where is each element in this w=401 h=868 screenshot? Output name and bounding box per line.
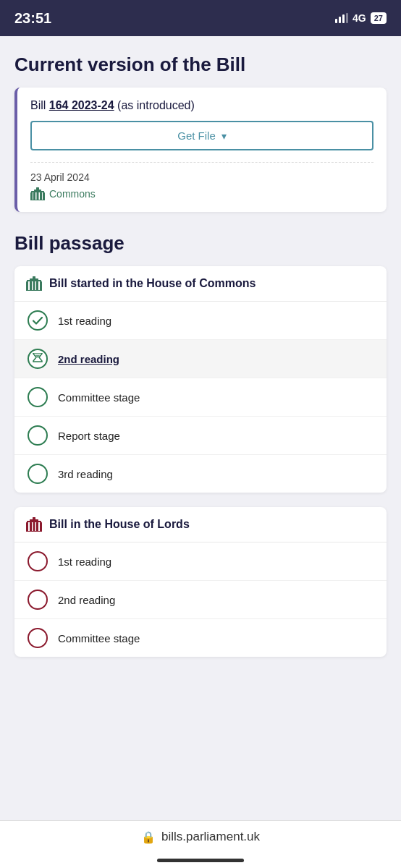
stage-2nd-reading-commons[interactable]: 2nd reading (14, 340, 387, 378)
card-divider (30, 162, 373, 163)
bill-number-link[interactable]: 164 2023-24 (49, 99, 114, 111)
stage-empty-red-icon-3 (28, 628, 48, 648)
svg-rect-28 (36, 522, 38, 532)
main-content: Current version of the Bill Bill 164 202… (0, 36, 401, 820)
bill-passage-heading: Bill passage (14, 232, 387, 255)
svg-rect-21 (26, 290, 42, 291)
stage-1st-reading-lords[interactable]: 1st reading (14, 542, 387, 581)
stage-lords-2nd-reading-label: 2nd reading (58, 594, 115, 606)
stage-committee-lords[interactable]: Committee stage (14, 619, 387, 657)
svg-rect-4 (36, 187, 39, 190)
svg-rect-15 (27, 280, 41, 281)
commons-card-header: Bill started in the House of Commons (14, 266, 387, 302)
svg-rect-27 (33, 522, 35, 532)
stage-lords-committee-label: Committee stage (58, 632, 140, 644)
bill-chamber-label: Commons (49, 188, 96, 200)
stage-1st-reading-label: 1st reading (58, 315, 111, 327)
stage-lords-1st-reading-label: 1st reading (58, 556, 111, 568)
stage-empty-red-icon-2 (28, 590, 48, 610)
network-type: 4G (353, 12, 366, 24)
svg-rect-7 (30, 192, 33, 200)
svg-rect-24 (27, 521, 41, 522)
lords-card-header: Bill in the House of Lords (14, 507, 387, 542)
stage-empty-green-icon-2 (28, 425, 48, 446)
bill-date: 23 April 2024 (30, 171, 373, 183)
svg-rect-9 (37, 192, 39, 200)
home-bar (0, 853, 401, 868)
get-file-button[interactable]: Get File (30, 121, 373, 150)
get-file-label: Get File (177, 129, 216, 142)
svg-rect-3 (346, 13, 348, 23)
svg-rect-22 (33, 517, 35, 519)
lords-card-header-title: Bill in the House of Lords (49, 518, 190, 531)
stage-report-commons[interactable]: Report stage (14, 417, 387, 455)
status-time: 23:51 (14, 10, 51, 27)
lords-passage-card: Bill in the House of Lords 1st reading 2… (14, 507, 387, 657)
bill-prefix: Bill (30, 99, 49, 111)
commons-card-header-title: Bill started in the House of Commons (49, 277, 256, 290)
bottom-bar: 🔒 bills.parliament.uk (0, 820, 401, 853)
svg-rect-18 (33, 281, 35, 291)
svg-rect-14 (30, 278, 38, 280)
bill-suffix: (as introduced) (114, 99, 195, 111)
commons-parliament-icon (30, 187, 45, 200)
svg-rect-5 (34, 190, 41, 191)
svg-rect-30 (26, 531, 42, 532)
get-file-chevron-icon (221, 129, 227, 142)
svg-rect-11 (43, 192, 45, 200)
svg-rect-13 (33, 276, 35, 278)
svg-rect-16 (26, 281, 28, 291)
svg-rect-8 (33, 192, 35, 200)
commons-header-parliament-icon (26, 276, 42, 291)
svg-rect-26 (30, 522, 32, 532)
svg-rect-2 (342, 14, 345, 23)
stage-2nd-reading-lords[interactable]: 2nd reading (14, 581, 387, 619)
stage-empty-green-icon-3 (28, 464, 48, 484)
svg-rect-1 (339, 17, 341, 23)
bill-version-card: Bill 164 2023-24 (as introduced) Get Fil… (14, 88, 387, 212)
svg-rect-0 (335, 19, 337, 23)
signal-icon (335, 13, 348, 23)
bill-card-title: Bill 164 2023-24 (as introduced) (30, 99, 373, 112)
commons-passage-card: Bill started in the House of Commons 1st… (14, 266, 387, 493)
status-bar: 23:51 4G 27 (0, 0, 401, 36)
stage-3rd-reading-commons[interactable]: 3rd reading (14, 455, 387, 493)
svg-rect-20 (40, 281, 42, 291)
battery-badge: 27 (371, 12, 387, 24)
stage-3rd-reading-label: 3rd reading (58, 468, 113, 480)
stage-complete-icon (28, 310, 48, 331)
lock-icon: 🔒 (141, 830, 156, 844)
bottom-url: bills.parliament.uk (161, 830, 260, 844)
stage-active-icon (28, 349, 48, 369)
home-indicator (157, 859, 244, 862)
svg-rect-23 (30, 519, 38, 521)
current-version-heading: Current version of the Bill (14, 54, 387, 76)
svg-rect-25 (26, 522, 28, 532)
svg-rect-10 (40, 192, 42, 200)
stage-committee-commons[interactable]: Committee stage (14, 378, 387, 417)
stage-empty-red-icon-1 (28, 551, 48, 571)
svg-rect-12 (30, 200, 45, 200)
status-icons: 4G 27 (335, 12, 387, 24)
stage-1st-reading-commons[interactable]: 1st reading (14, 302, 387, 340)
svg-rect-17 (30, 281, 32, 291)
lords-header-parliament-icon (26, 517, 42, 532)
stage-2nd-reading-label: 2nd reading (58, 353, 119, 365)
svg-rect-29 (40, 522, 42, 532)
stage-committee-label: Committee stage (58, 391, 140, 404)
svg-rect-19 (36, 281, 38, 291)
stage-empty-green-icon (28, 387, 48, 407)
stage-report-label: Report stage (58, 430, 120, 442)
bill-chamber: Commons (30, 187, 373, 200)
svg-rect-6 (31, 191, 44, 192)
